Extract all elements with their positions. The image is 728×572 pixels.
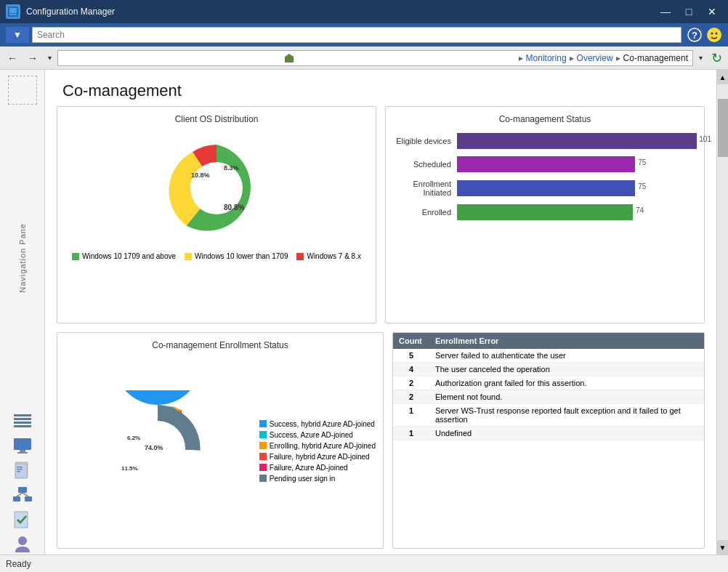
scroll-up-button[interactable]: ▲: [717, 70, 729, 84]
right-scrollbar[interactable]: ▲ ▼: [716, 70, 728, 555]
breadcrumb-monitoring[interactable]: Monitoring: [526, 53, 567, 63]
bottom-charts-row: Co-management Enrollment Status: [57, 332, 705, 549]
help-button[interactable]: ?: [687, 28, 702, 42]
enrollment-status-chart: 74.0% 11.5% 6.2%: [100, 390, 216, 507]
legend-label-failure-hybrid: Failure, hybrid Azure AD-joined: [270, 453, 370, 461]
legend-label-win10-above: Windows 10 1709 and above: [82, 252, 176, 260]
forward-button[interactable]: →: [23, 49, 42, 67]
bar-value-scheduled: 75: [638, 158, 646, 166]
table-row: 4The user canceled the operation: [393, 362, 704, 376]
legend-success-hybrid: Success, hybrid Azure AD-joined: [259, 420, 375, 428]
enrollment-donut-row: 74.0% 11.5% 6.2% Success, hybrid Azure A…: [65, 356, 376, 541]
sidebar-icon-network[interactable]: [9, 485, 36, 505]
bar-value-eligible: 101: [699, 135, 711, 143]
status-text: Ready: [6, 559, 31, 569]
legend-label-pending: Pending user sign in: [270, 475, 336, 483]
legend-success-azure: Success, Azure AD-joined: [259, 431, 353, 439]
svg-rect-22: [17, 467, 23, 468]
legend-win7-8: Windows 7 & 8.x: [296, 252, 360, 260]
minimize-button[interactable]: —: [655, 4, 676, 19]
count-column-header: Count: [393, 333, 429, 349]
user-button[interactable]: [706, 27, 722, 43]
breadcrumb: ▸ Monitoring ▸ Overview ▸ Co-management: [57, 50, 693, 66]
count-cell: 2: [393, 376, 429, 390]
maximize-button[interactable]: □: [679, 4, 699, 19]
count-cell: 1: [393, 403, 429, 426]
legend-color-win10-below: [185, 253, 192, 260]
svg-rect-1: [9, 8, 17, 13]
legend-color-success-azure: [259, 431, 267, 438]
bar-row-scheduled: Scheduled 75: [393, 156, 697, 172]
legend-color-failure-hybrid: [259, 453, 267, 460]
legend-win10-below-1709: Windows 10 lower than 1709: [185, 252, 288, 260]
main-layout: Navigation Pane Co-management: [0, 70, 728, 555]
table-row: 1Undefined: [393, 426, 704, 440]
error-cell: Authorization grant failed for this asse…: [429, 376, 704, 390]
table-row: 2Authorization grant failed for this ass…: [393, 376, 704, 390]
legend-pending-sign-in: Pending user sign in: [259, 475, 336, 483]
legend-color-enrolling-hybrid: [259, 442, 267, 449]
bar-row-enrolled: Enrolled 74: [393, 204, 697, 220]
title-bar: Configuration Manager — □ ✕: [0, 0, 728, 23]
client-os-chart: 8.3% 10.8% 80.8%: [151, 130, 282, 246]
svg-rect-16: [17, 452, 28, 454]
legend-failure-azure: Failure, Azure AD-joined: [259, 464, 348, 472]
svg-rect-11: [14, 418, 31, 420]
scroll-thumb[interactable]: [718, 99, 728, 157]
sidebar-icon-monitor[interactable]: [9, 435, 36, 456]
bar-fill-enrolled: [457, 204, 633, 220]
svg-rect-24: [17, 471, 20, 472]
status-bar: Ready: [0, 555, 728, 572]
search-input[interactable]: [32, 27, 682, 43]
menu-dropdown-button[interactable]: ▼: [6, 27, 29, 43]
enrollment-legend: Success, hybrid Azure AD-joined Success,…: [259, 420, 376, 483]
svg-line-29: [23, 493, 28, 496]
breadcrumb-dropdown-button[interactable]: ▾: [695, 51, 707, 65]
legend-failure-hybrid: Failure, hybrid Azure AD-joined: [259, 453, 370, 461]
close-button[interactable]: ✕: [702, 4, 722, 19]
window-controls: — □ ✕: [655, 4, 722, 19]
legend-label-success-azure: Success, Azure AD-joined: [270, 431, 353, 439]
bar-fill-scheduled: [457, 156, 635, 172]
svg-point-31: [18, 536, 27, 545]
breadcrumb-overview[interactable]: Overview: [577, 53, 613, 63]
sidebar-icon-docs[interactable]: [9, 460, 36, 480]
svg-rect-26: [13, 496, 20, 501]
legend-label-success-hybrid: Success, hybrid Azure AD-joined: [270, 420, 375, 428]
sidebar-collapse-handle[interactable]: [8, 76, 37, 105]
nav-dropdown-button[interactable]: ▾: [44, 51, 56, 65]
breadcrumb-sep2: ▸: [570, 53, 574, 63]
back-button[interactable]: ←: [3, 49, 22, 67]
breadcrumb-sep1: ▸: [519, 53, 523, 63]
sidebar-icon-check[interactable]: [9, 509, 36, 530]
client-os-distribution-card: Client OS Distribution: [57, 106, 376, 323]
client-os-legend: Windows 10 1709 and above Windows 10 low…: [72, 252, 361, 260]
scroll-down-button[interactable]: ▼: [717, 540, 729, 555]
left-sidebar: Navigation Pane: [0, 70, 45, 555]
svg-rect-25: [18, 487, 27, 493]
svg-rect-13: [14, 425, 31, 427]
svg-text:6.2%: 6.2%: [127, 435, 140, 441]
menu-icons: ?: [687, 27, 722, 43]
client-os-title: Client OS Distribution: [65, 114, 368, 124]
svg-text:11.5%: 11.5%: [121, 465, 138, 472]
error-cell: The user canceled the operation: [429, 362, 704, 376]
table-row: 1Server WS-Trust response reported fault…: [393, 403, 704, 426]
scroll-track: [717, 84, 728, 540]
legend-enrolling-hybrid: Enrolling, hybrid Azure AD-joined: [259, 442, 376, 450]
error-column-header: Enrollment Error: [429, 333, 704, 349]
nav-bar: ← → ▾ ▸ Monitoring ▸ Overview ▸ Co-manag…: [0, 47, 728, 70]
count-cell: 1: [393, 426, 429, 440]
sidebar-icon-user[interactable]: [9, 534, 36, 555]
enrollment-errors-table: Count Enrollment Error 5Server failed to…: [393, 333, 704, 440]
bar-label-scheduled: Scheduled: [393, 160, 451, 169]
top-charts-row: Client OS Distribution: [57, 106, 705, 323]
svg-text:10.8%: 10.8%: [191, 172, 210, 179]
refresh-button[interactable]: ↻: [708, 47, 725, 69]
breadcrumb-sep3: ▸: [616, 53, 620, 63]
sidebar-icon-list[interactable]: [9, 411, 36, 431]
table-row: 5Server failed to authenticate the user: [393, 349, 704, 363]
comanagement-status-card: Co-management Status Eligible devices 10…: [385, 106, 705, 323]
bar-fill-enrollment: [457, 180, 635, 196]
error-cell: Element not found.: [429, 390, 704, 403]
